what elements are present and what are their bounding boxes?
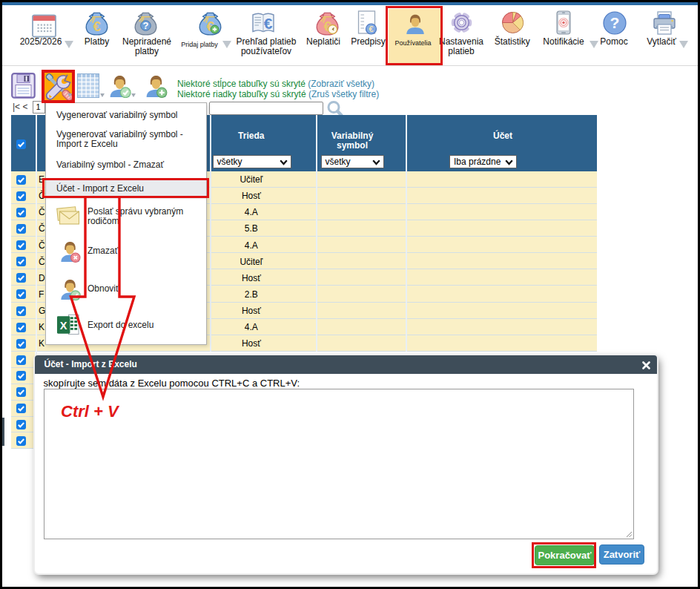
svg-text:€: € <box>369 24 373 33</box>
svg-text:?: ? <box>610 14 620 31</box>
svg-text:€: € <box>263 15 272 32</box>
svg-text:?: ? <box>143 20 149 31</box>
svg-text:€: € <box>93 19 102 34</box>
svg-text:X: X <box>60 320 67 332</box>
